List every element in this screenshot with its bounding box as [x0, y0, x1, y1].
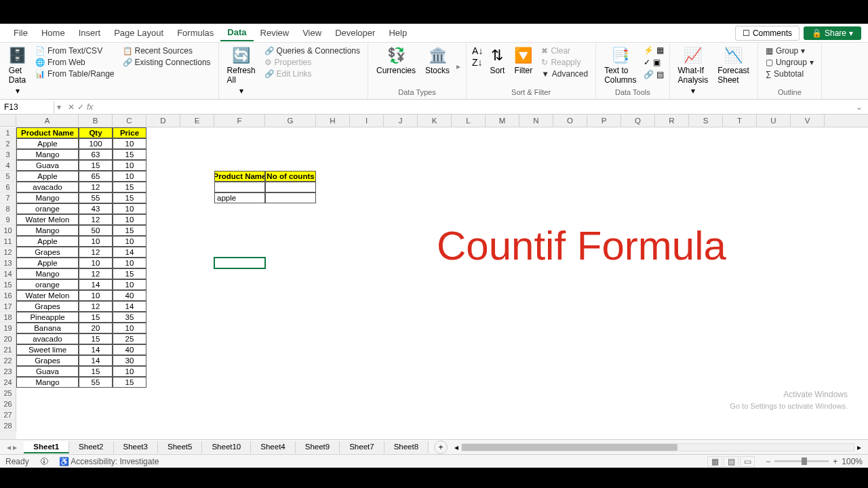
- row-header-19[interactable]: 19: [0, 323, 16, 333]
- cell-B19[interactable]: 20: [79, 323, 113, 333]
- filter-button[interactable]: 🔽Filter: [511, 45, 535, 77]
- zoom-out-button[interactable]: −: [766, 457, 770, 466]
- row-header-21[interactable]: 21: [0, 344, 16, 355]
- col-header-A[interactable]: A: [16, 115, 79, 127]
- flash-fill-icon[interactable]: ⚡: [644, 45, 654, 55]
- row-header-13[interactable]: 13: [0, 258, 16, 268]
- row-header-15[interactable]: 15: [0, 279, 16, 290]
- horizontal-scrollbar[interactable]: [461, 443, 854, 451]
- cell-A19[interactable]: Banana: [16, 323, 79, 333]
- row-header-12[interactable]: 12: [0, 247, 16, 258]
- cell-A5[interactable]: Apple: [16, 171, 79, 182]
- comments-button[interactable]: ☐ Comments: [735, 26, 800, 41]
- col-header-S[interactable]: S: [689, 115, 723, 127]
- refresh-all-button[interactable]: 🔄Refresh All▾: [224, 45, 258, 97]
- cell-C22[interactable]: 30: [113, 355, 146, 366]
- relations-icon[interactable]: 🔗: [644, 70, 654, 79]
- row-header-26[interactable]: 26: [0, 399, 16, 409]
- sheet-tab-sheet5[interactable]: Sheet5: [158, 441, 202, 453]
- cell-G5[interactable]: No of counts: [265, 171, 316, 182]
- text-to-columns-button[interactable]: 📑Text to Columns: [601, 45, 639, 86]
- spreadsheet-grid[interactable]: ABCDEFGHIJKLMNOPQRSTUV 12345678910111213…: [0, 115, 868, 439]
- tab-view[interactable]: View: [296, 25, 328, 41]
- cell-B20[interactable]: 15: [79, 333, 113, 344]
- from-table-button[interactable]: 📊 From Table/Range: [33, 68, 117, 79]
- cell-B8[interactable]: 43: [79, 203, 113, 214]
- cell-B1[interactable]: Qty: [79, 127, 113, 138]
- cell-B18[interactable]: 15: [79, 312, 113, 323]
- advanced-filter-button[interactable]: ▼ Advanced: [539, 68, 590, 79]
- tab-insert[interactable]: Insert: [72, 25, 108, 41]
- tab-help[interactable]: Help: [382, 25, 414, 41]
- col-header-P[interactable]: P: [587, 115, 621, 127]
- cell-A10[interactable]: Mango: [16, 225, 79, 236]
- row-header-18[interactable]: 18: [0, 312, 16, 323]
- cell-C13[interactable]: 10: [113, 258, 146, 268]
- cell-B24[interactable]: 55: [79, 377, 113, 388]
- cell-F7[interactable]: apple: [214, 192, 265, 203]
- cell-F6[interactable]: [214, 182, 265, 192]
- cell-B14[interactable]: 12: [79, 268, 113, 279]
- row-header-7[interactable]: 7: [0, 192, 16, 203]
- sheet-tab-sheet2[interactable]: Sheet2: [69, 441, 113, 453]
- cell-A6[interactable]: avacado: [16, 182, 79, 192]
- sheet-tab-sheet10[interactable]: Sheet10: [202, 441, 251, 453]
- cell-C1[interactable]: Price: [113, 127, 146, 138]
- tab-formulas[interactable]: Formulas: [170, 25, 220, 41]
- cell-C18[interactable]: 35: [113, 312, 146, 323]
- validation-icon[interactable]: ✓: [644, 58, 650, 67]
- sheet-tab-sheet7[interactable]: Sheet7: [340, 441, 384, 453]
- cell-C11[interactable]: 10: [113, 236, 146, 247]
- cell-C20[interactable]: 25: [113, 333, 146, 344]
- queries-connections-button[interactable]: 🔗 Queries & Connections: [262, 45, 362, 56]
- sheet-tab-sheet1[interactable]: Sheet1: [24, 441, 69, 453]
- row-header-20[interactable]: 20: [0, 333, 16, 344]
- col-header-E[interactable]: E: [180, 115, 214, 127]
- tab-data[interactable]: Data: [220, 24, 253, 41]
- share-button[interactable]: 🔒 Share ▾: [804, 26, 861, 40]
- cell-C16[interactable]: 40: [113, 290, 146, 301]
- row-header-2[interactable]: 2: [0, 138, 16, 149]
- accessibility-status[interactable]: ♿ Accessibility: Investigate: [59, 457, 159, 466]
- forecast-sheet-button[interactable]: 📉Forecast Sheet: [715, 45, 752, 86]
- cell-A18[interactable]: Pineapple: [16, 312, 79, 323]
- cell-B4[interactable]: 15: [79, 160, 113, 171]
- row-header-28[interactable]: 28: [0, 420, 16, 431]
- existing-connections-button[interactable]: 🔗 Existing Connections: [121, 57, 213, 68]
- cell-C5[interactable]: 10: [113, 171, 146, 182]
- col-header-H[interactable]: H: [316, 115, 350, 127]
- fx-icon[interactable]: fx: [87, 102, 93, 112]
- cell-C23[interactable]: 10: [113, 366, 146, 377]
- normal-view-button[interactable]: ▦: [707, 456, 722, 467]
- cell-C19[interactable]: 10: [113, 323, 146, 333]
- zoom-slider[interactable]: [774, 460, 829, 462]
- cell-C10[interactable]: 15: [113, 225, 146, 236]
- tab-page-layout[interactable]: Page Layout: [107, 25, 170, 41]
- cell-C2[interactable]: 10: [113, 138, 146, 149]
- col-header-V[interactable]: V: [791, 115, 825, 127]
- cell-A4[interactable]: Guava: [16, 160, 79, 171]
- cell-C9[interactable]: 10: [113, 214, 146, 225]
- group-button[interactable]: ▦ Group ▾: [764, 45, 816, 56]
- col-header-B[interactable]: B: [79, 115, 113, 127]
- cell-B17[interactable]: 12: [79, 301, 113, 312]
- cell-A3[interactable]: Mango: [16, 149, 79, 160]
- col-header-L[interactable]: L: [452, 115, 486, 127]
- cell-C15[interactable]: 10: [113, 279, 146, 290]
- cell-A22[interactable]: Grapes: [16, 355, 79, 366]
- expand-formula-icon[interactable]: ⌄: [850, 102, 868, 112]
- sheet-nav[interactable]: ◂ ▸: [0, 443, 24, 452]
- col-header-U[interactable]: U: [757, 115, 791, 127]
- cell-A11[interactable]: Apple: [16, 236, 79, 247]
- col-header-G[interactable]: G: [265, 115, 316, 127]
- cell-A21[interactable]: Sweet lime: [16, 344, 79, 355]
- cell-A1[interactable]: Product Name: [16, 127, 79, 138]
- row-header-3[interactable]: 3: [0, 149, 16, 160]
- row-header-27[interactable]: 27: [0, 409, 16, 420]
- cell-B6[interactable]: 12: [79, 182, 113, 192]
- cell-B21[interactable]: 14: [79, 344, 113, 355]
- cell-B5[interactable]: 65: [79, 171, 113, 182]
- tab-file[interactable]: File: [7, 25, 35, 41]
- scroll-right-icon[interactable]: ▸: [857, 443, 861, 452]
- cell-C7[interactable]: 15: [113, 192, 146, 203]
